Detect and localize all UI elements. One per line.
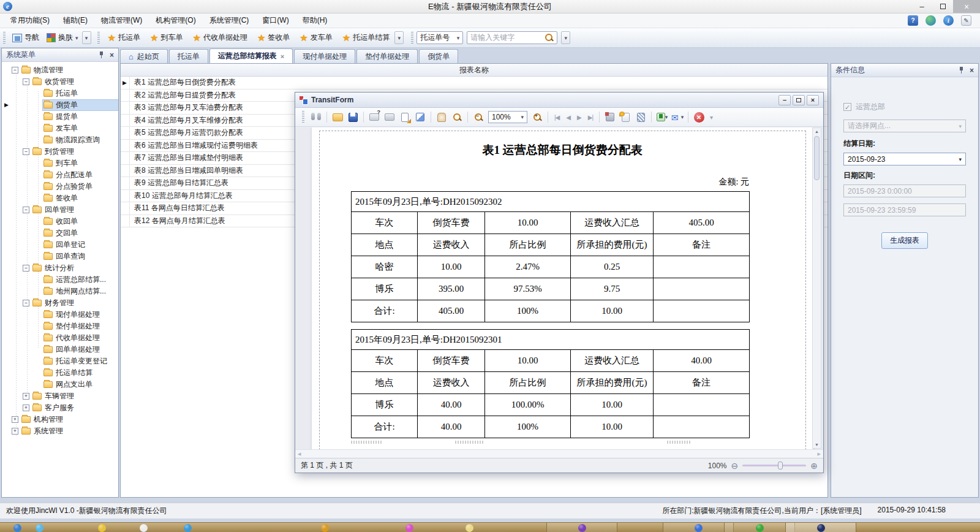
collapse-icon[interactable]: − xyxy=(23,300,29,306)
tree-item[interactable]: 托运单 xyxy=(2,88,118,99)
report-list-row[interactable]: 表1 运营总部每日倒货费分配表 xyxy=(121,77,827,89)
globe-icon[interactable] xyxy=(925,15,936,26)
tree-item[interactable]: 提货单 xyxy=(2,111,118,123)
tree-item-body[interactable]: 交回单 xyxy=(43,228,118,238)
tree-item-body[interactable]: 发车单 xyxy=(43,123,118,134)
next-page-icon[interactable]: ▶ xyxy=(575,110,584,124)
taskbar-app-icon[interactable] xyxy=(140,524,148,532)
tree-item-body[interactable]: 网点支出单 xyxy=(43,379,118,390)
scroll-left-icon[interactable]: ◀ xyxy=(298,452,301,457)
menu-item[interactable]: 物流管理(W) xyxy=(94,13,149,28)
tree-item-body[interactable]: 物流跟踪查询 xyxy=(43,135,118,145)
expand-icon[interactable]: + xyxy=(12,416,18,423)
menu-item[interactable]: 系统管理(C) xyxy=(203,13,256,28)
zoom-in-icon[interactable]: + xyxy=(530,110,544,124)
toolbar-grip[interactable] xyxy=(3,32,6,44)
tree-item-body[interactable]: 到货管理 xyxy=(32,146,118,157)
collapse-icon[interactable]: − xyxy=(23,207,29,213)
collapse-icon[interactable]: − xyxy=(23,78,29,85)
menu-item[interactable]: 帮助(H) xyxy=(296,13,334,28)
skin-button[interactable]: 换肤 ▾ xyxy=(43,31,82,45)
taskbar-app-icon[interactable] xyxy=(98,524,106,532)
tree-item[interactable]: 发车单 xyxy=(2,123,118,134)
search-type-combo[interactable]: 托运单号 ▾ xyxy=(417,31,463,44)
wizard-icon[interactable]: ✎ xyxy=(961,15,971,26)
tree-item-body[interactable]: 物流管理 xyxy=(21,65,118,75)
zoom-level-combo[interactable]: 100%▾ xyxy=(488,111,527,123)
tab-运营总部结算报表[interactable]: 运营总部结算报表× xyxy=(209,48,293,63)
tree-item-body[interactable]: 到车单 xyxy=(43,158,118,169)
tree-item-body[interactable]: 车辆管理 xyxy=(32,391,118,401)
first-page-icon[interactable]: |◀ xyxy=(552,110,562,124)
taskbar-app-icon[interactable] xyxy=(184,524,192,532)
tree-item-body[interactable]: 代收单据处理 xyxy=(43,333,118,343)
zoom-in-icon[interactable]: ⊕ xyxy=(810,461,818,471)
tree-item[interactable]: 分点验货单 xyxy=(2,181,118,192)
favorites-overflow-button[interactable]: ▾ xyxy=(394,31,404,44)
transit-minimize-button[interactable]: – xyxy=(778,95,791,105)
tree-item[interactable]: 代收单据处理 xyxy=(2,332,118,344)
collapse-icon[interactable]: − xyxy=(12,67,18,74)
collapse-icon[interactable]: − xyxy=(23,148,29,155)
toolbar-grip[interactable] xyxy=(302,111,304,123)
tree-item-body[interactable]: 统计分析 xyxy=(32,263,118,273)
checkbox-checked-icon[interactable]: ✓ xyxy=(843,103,851,111)
tree-item-body[interactable]: 回单单据处理 xyxy=(43,344,118,355)
tree-item-body[interactable]: 分点验货单 xyxy=(43,181,118,192)
tree-item[interactable]: −统计分析 xyxy=(2,262,118,274)
transit-maximize-button[interactable] xyxy=(793,95,805,105)
close-icon[interactable]: × xyxy=(110,51,114,59)
zoom-tool-icon[interactable] xyxy=(450,110,464,124)
tree-item-body[interactable]: 垫付单据处理 xyxy=(43,321,118,332)
tree-item[interactable]: 地州网点结算... xyxy=(2,286,118,297)
tree-item-body[interactable]: 回单管理 xyxy=(32,205,118,215)
tree-item-body[interactable]: 托运单 xyxy=(43,88,118,99)
tree-item-body[interactable]: 地州网点结算... xyxy=(43,286,118,297)
search-icon[interactable] xyxy=(545,33,554,42)
vertical-scrollbar[interactable]: ▲ ▼ xyxy=(812,127,821,449)
favorite-button[interactable]: ★发车单 xyxy=(295,31,337,45)
open-icon[interactable] xyxy=(331,110,344,124)
tree-item[interactable]: −财务管理 xyxy=(2,297,118,309)
tree-item-body[interactable]: 机构管理 xyxy=(21,414,118,425)
expand-icon[interactable]: + xyxy=(12,428,18,435)
last-page-icon[interactable]: ▶| xyxy=(586,110,595,124)
stop-icon[interactable]: ✕ xyxy=(692,110,706,124)
tab-托运单[interactable]: 托运单 xyxy=(169,49,208,63)
tree-item-body[interactable]: 托运单结算 xyxy=(43,368,118,378)
tree-item[interactable]: +机构管理 xyxy=(2,414,118,425)
tree-item[interactable]: +系统管理 xyxy=(2,425,118,437)
menu-item[interactable]: 辅助(E) xyxy=(56,13,94,28)
search-overflow-button[interactable]: ▾ xyxy=(561,31,570,44)
prev-page-icon[interactable]: ◀ xyxy=(564,110,573,124)
taskbar-app-icon[interactable] xyxy=(321,524,329,532)
menu-item[interactable]: 窗口(W) xyxy=(255,13,295,28)
tree-item-body[interactable]: 系统管理 xyxy=(21,426,118,436)
search-input[interactable]: 请输入关键字 xyxy=(467,31,557,44)
transit-close-button[interactable]: × xyxy=(807,95,819,105)
hq-checkbox-row[interactable]: ✓ 运营总部 xyxy=(843,102,966,112)
favorite-button[interactable]: ★签收单 xyxy=(252,31,295,45)
help-book-icon[interactable]: ? xyxy=(908,15,918,26)
tree-item-body[interactable]: 回单查询 xyxy=(43,251,118,262)
taskbar-app-icon[interactable] xyxy=(817,524,825,532)
tree-item-body[interactable]: 运营总部结算... xyxy=(43,275,118,285)
horizontal-scrollbar[interactable]: ◀ ▶ xyxy=(295,449,823,458)
page-setup-icon[interactable] xyxy=(398,110,412,124)
tree-item[interactable]: 回单查询 xyxy=(2,251,118,262)
bookmarks-icon[interactable] xyxy=(603,110,617,124)
tree-item-body[interactable]: 倒货单 xyxy=(43,100,118,110)
generate-report-button[interactable]: 生成报表 xyxy=(881,232,928,249)
find-icon[interactable] xyxy=(309,110,323,124)
favorite-button[interactable]: ★代收单据处理 xyxy=(187,31,252,45)
zoom-slider-thumb[interactable] xyxy=(778,462,783,469)
tree-item[interactable]: 垫付单据处理 xyxy=(2,321,118,332)
tree-item-body[interactable]: 收回单 xyxy=(43,216,118,227)
tree-item[interactable]: 到车单 xyxy=(2,158,118,169)
tree-item[interactable]: −回单管理 xyxy=(2,204,118,216)
tree-item[interactable]: −到货管理 xyxy=(2,146,118,158)
tree-item[interactable]: 交回单 xyxy=(2,227,118,239)
print-icon[interactable] xyxy=(383,110,396,124)
tree-item-body[interactable]: 签收单 xyxy=(43,193,118,203)
email-icon[interactable]: ✉▾ xyxy=(671,110,684,124)
